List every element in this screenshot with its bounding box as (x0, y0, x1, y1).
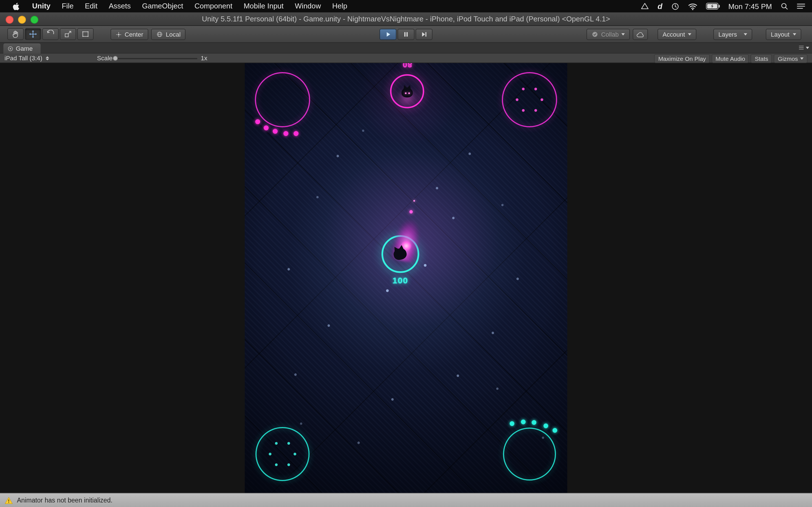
drive-icon[interactable] (641, 2, 649, 10)
time-machine-icon[interactable] (671, 2, 679, 10)
flame-particle (409, 210, 413, 214)
collab-button[interactable]: Collab (587, 29, 630, 40)
menu-status-icons: d Mon 7:45 PM (641, 2, 812, 11)
enemy-health-text: 80 (390, 63, 424, 69)
joystick-bottom-left-inner-dots (269, 442, 296, 466)
game-view-toggles: Maximize On Play Mute Audio Stats Gizmos (654, 54, 808, 63)
scale-slider-track[interactable] (115, 58, 197, 59)
layout-label: Layout (771, 31, 790, 38)
joystick-bottom-left-ring[interactable] (256, 428, 309, 481)
cyan-ammo-dots (510, 420, 557, 433)
layers-dropdown[interactable]: Layers (713, 29, 752, 40)
aspect-ratio-dropdown[interactable]: iPad Tall (3:4) (4, 54, 49, 62)
game-render-area[interactable]: 80 100 (245, 63, 567, 493)
window-title-bar[interactable]: Unity 5.5.1f1 Personal (64bit) - Game.un… (0, 12, 812, 26)
d-icon[interactable]: d (658, 2, 662, 11)
layers-caret-icon (744, 33, 747, 36)
center-pivot-icon (116, 31, 122, 38)
notification-list-icon[interactable] (797, 3, 805, 10)
joystick-top-right-inner-dots (516, 88, 543, 112)
aspect-dropdown-icon (46, 56, 49, 60)
battery-charging-icon[interactable] (706, 3, 720, 10)
step-button[interactable] (416, 29, 433, 40)
joystick-top-left-ring[interactable] (255, 73, 310, 127)
aspect-ratio-label: iPad Tall (3:4) (4, 55, 42, 61)
layout-caret-icon (793, 33, 796, 36)
rotate-tool-button[interactable] (42, 28, 59, 40)
collab-caret-icon (621, 33, 625, 36)
floor-nail-dots (288, 129, 544, 444)
maximize-on-play-button[interactable]: Maximize On Play (654, 54, 710, 63)
tab-menu-caret-icon (806, 47, 809, 49)
menu-component[interactable]: Component (189, 0, 238, 12)
space-label: Local (166, 31, 181, 38)
flame-particle-small (413, 200, 415, 202)
step-icon (420, 31, 428, 38)
gizmos-caret-icon (800, 57, 804, 60)
menu-unity[interactable]: Unity (27, 0, 56, 12)
space-toggle-button[interactable]: Local (151, 29, 186, 40)
wifi-icon[interactable] (688, 3, 697, 10)
magenta-ammo-dots (255, 119, 299, 136)
menu-items: Unity File Edit Assets GameObject Compon… (0, 0, 353, 12)
gizmos-dropdown[interactable]: Gizmos (774, 54, 808, 63)
menu-file[interactable]: File (56, 0, 79, 12)
account-dropdown[interactable]: Account (658, 29, 696, 40)
apple-menu-icon[interactable] (6, 2, 27, 10)
tab-options-button[interactable] (799, 45, 809, 51)
tab-game-label: Game (16, 45, 33, 52)
joystick-bottom-right-ring[interactable] (504, 428, 555, 480)
minimize-window-button[interactable] (18, 16, 26, 24)
cloud-icon (636, 31, 645, 38)
gizmos-label: Gizmos (778, 55, 798, 62)
screen: Unity File Edit Assets GameObject Compon… (0, 0, 812, 507)
menu-assets[interactable]: Assets (103, 0, 137, 12)
transform-tools (7, 28, 94, 40)
pivot-toggle-button[interactable]: Center (110, 29, 148, 40)
layers-label: Layers (718, 31, 737, 38)
macos-menu-bar: Unity File Edit Assets GameObject Compon… (0, 0, 812, 12)
menu-help[interactable]: Help (326, 0, 353, 12)
menu-edit[interactable]: Edit (79, 0, 103, 12)
joystick-top-right-ring[interactable] (502, 73, 557, 127)
game-view-control-bar: iPad Tall (3:4) Scale 1x Maximize On Pla… (0, 54, 812, 63)
collab-check-icon (592, 31, 598, 38)
move-tool-button[interactable] (25, 28, 41, 40)
playmode-controls (379, 29, 433, 40)
unity-toolbar: Center Local Collab (0, 26, 812, 43)
account-label: Account (663, 31, 685, 38)
spotlight-search-icon[interactable] (780, 2, 788, 10)
status-message: Animator has not been initialized. (17, 497, 112, 504)
mute-audio-button[interactable]: Mute Audio (712, 54, 749, 63)
pause-button[interactable] (398, 29, 414, 40)
zoom-window-button[interactable] (31, 16, 38, 24)
player-health-text: 100 (378, 276, 423, 285)
scale-slider-knob[interactable] (113, 56, 118, 61)
window-title: Unity 5.5.1f1 Personal (64bit) - Game.un… (0, 12, 812, 25)
menu-clock[interactable]: Mon 7:45 PM (728, 2, 772, 10)
game-view-icon (7, 45, 13, 52)
menu-window[interactable]: Window (289, 0, 327, 12)
tab-game[interactable]: Game (3, 43, 41, 54)
collab-label: Collab (601, 31, 619, 38)
play-button[interactable] (379, 29, 396, 40)
pivot-space-toggles: Center Local (110, 29, 186, 40)
status-bar[interactable]: Animator has not been initialized. (0, 493, 812, 507)
warning-icon (4, 497, 13, 504)
hand-tool-button[interactable] (7, 28, 24, 40)
window-controls (6, 16, 38, 24)
rect-tool-button[interactable] (77, 28, 94, 40)
scale-value: 1x (201, 54, 207, 62)
enemy-eyes (405, 93, 407, 94)
layout-dropdown[interactable]: Layout (766, 29, 801, 40)
scale-label: Scale (97, 54, 112, 62)
menu-gameobject[interactable]: GameObject (137, 0, 189, 12)
pause-icon (402, 31, 410, 38)
stats-button[interactable]: Stats (751, 54, 772, 63)
cloud-services-button[interactable] (633, 29, 648, 40)
close-window-button[interactable] (6, 16, 13, 24)
game-viewport: 80 100 (0, 63, 812, 493)
account-caret-icon (688, 33, 691, 36)
scale-tool-button[interactable] (60, 28, 76, 40)
menu-mobile-input[interactable]: Mobile Input (238, 0, 289, 12)
